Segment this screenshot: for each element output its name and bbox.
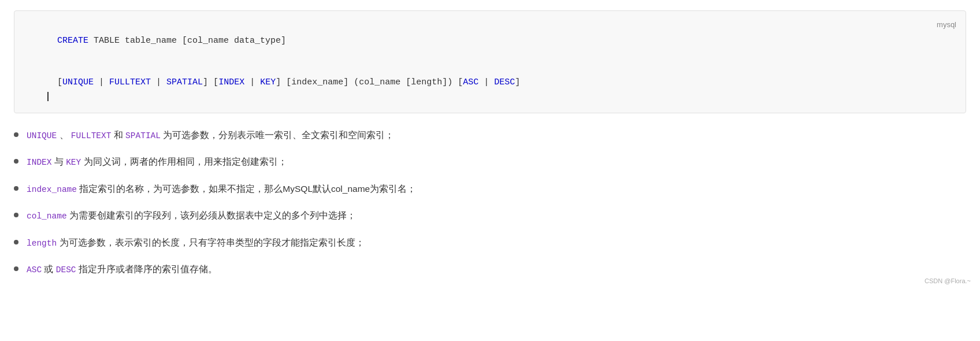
code-block: mysql CREATE TABLE table_name [col_name …: [14, 10, 966, 113]
keyword-create: CREATE: [57, 36, 88, 46]
main-container: mysql CREATE TABLE table_name [col_name …: [0, 0, 980, 289]
list-item: ASC 或 DESC 指定升序或者降序的索引值存储。: [14, 261, 966, 277]
footer-credit: CSDN @Flora.~: [925, 277, 971, 284]
keyword-key: KEY: [260, 77, 276, 87]
bullet-content-6: ASC 或 DESC 指定升序或者降序的索引值存储。: [27, 261, 966, 277]
code-index: INDEX: [27, 158, 52, 167]
bullet-dot: [14, 266, 18, 271]
list-item: index_name 指定索引的名称，为可选参数，如果不指定，那么MySQL默认…: [14, 181, 966, 197]
code-unique: UNIQUE: [27, 131, 57, 140]
code-fulltext: FULLTEXT: [71, 131, 112, 140]
code-col-name: col_name: [27, 212, 67, 221]
bracket-open: [: [57, 77, 62, 87]
bullet-content-1: UNIQUE 、 FULLTEXT 和 SPATIAL 为可选参数，分别表示唯一…: [27, 127, 966, 143]
code-line-2: [UNIQUE | FULLTEXT | SPATIAL] [INDEX | K…: [26, 62, 954, 103]
bullet-content-3: index_name 指定索引的名称，为可选参数，如果不指定，那么MySQL默认…: [27, 181, 966, 197]
keyword-unique: UNIQUE: [62, 77, 94, 87]
code-key: KEY: [66, 158, 81, 167]
bullet-content-4: col_name 为需要创建索引的字段列，该列必须从数据表中定义的多个列中选择；: [27, 207, 966, 224]
mysql-badge: mysql: [937, 19, 956, 31]
bullet-dot: [14, 213, 18, 217]
list-item: UNIQUE 、 FULLTEXT 和 SPATIAL 为可选参数，分别表示唯一…: [14, 127, 966, 143]
bullet-dot: [14, 159, 18, 164]
bullet-content-5: length 为可选参数，表示索引的长度，只有字符串类型的字段才能指定索引长度；: [27, 235, 966, 251]
bullet-content-2: INDEX 与 KEY 为同义词，两者的作用相同，用来指定创建索引；: [27, 154, 966, 170]
keyword-spatial: SPATIAL: [166, 77, 203, 87]
code-line-1: CREATE TABLE table_name [col_name data_t…: [26, 20, 954, 62]
list-item: length 为可选参数，表示索引的长度，只有字符串类型的字段才能指定索引长度；: [14, 235, 966, 251]
code-index-name: index_name: [27, 185, 77, 194]
list-item: INDEX 与 KEY 为同义词，两者的作用相同，用来指定创建索引；: [14, 154, 966, 170]
code-spatial: SPATIAL: [125, 131, 161, 140]
list-item: col_name 为需要创建索引的字段列，该列必须从数据表中定义的多个列中选择；: [14, 207, 966, 224]
code-desc: DESC: [56, 265, 76, 275]
bullet-list: UNIQUE 、 FULLTEXT 和 SPATIAL 为可选参数，分别表示唯一…: [14, 127, 966, 277]
keyword-index: INDEX: [218, 77, 244, 87]
code-length: length: [27, 239, 57, 248]
bullet-dot: [14, 186, 18, 191]
keyword-fulltext: FULLTEXT: [109, 77, 151, 87]
code-asc: ASC: [27, 265, 42, 275]
bullet-dot: [14, 240, 18, 244]
code-line1-rest: TABLE table_name [col_name data_type]: [88, 36, 286, 46]
keyword-desc: DESC: [494, 77, 515, 87]
bullet-dot: [14, 132, 18, 137]
keyword-asc: ASC: [463, 77, 478, 87]
